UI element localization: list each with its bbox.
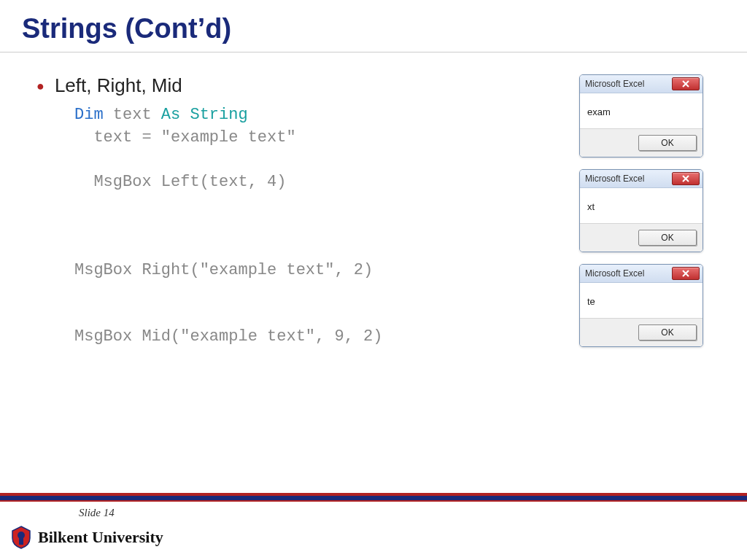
code-assign: text = "example text" (74, 128, 296, 147)
code-block-2: MsgBox Right("example text", 2) (74, 260, 579, 282)
text-column: ● Left, Right, Mid Dim text As String te… (36, 74, 579, 349)
msgbox-footer: OK (580, 318, 703, 346)
university-brand: Bilkent University (10, 525, 163, 550)
bullet-item: ● Left, Right, Mid (36, 74, 579, 97)
slide-number: Slide 14 (79, 507, 115, 519)
ok-button[interactable]: OK (638, 324, 697, 341)
msgbox-title-text: Microsoft Excel (585, 174, 644, 184)
svg-rect-1 (19, 538, 23, 545)
keyword-dim: Dim (74, 106, 104, 124)
msgbox-dialog: Microsoft Excel exam OK (579, 74, 703, 158)
close-icon (682, 270, 689, 277)
code-block-1: Dim text As String text = "example text"… (74, 104, 579, 194)
ok-button[interactable]: OK (638, 135, 697, 151)
close-button[interactable] (672, 172, 700, 185)
bullet-text: Left, Right, Mid (55, 74, 182, 97)
code-text-var: text (104, 106, 161, 124)
code-block-3: MsgBox Mid("example text", 9, 2) (74, 326, 579, 349)
university-name: Bilkent University (38, 528, 163, 547)
msgbox-footer: OK (580, 223, 703, 252)
code-right-call: MsgBox Right("example text", 2) (74, 261, 373, 279)
close-icon (682, 175, 689, 182)
code-left-call: MsgBox Left(text, 4) (74, 173, 286, 191)
msgbox-title-text: Microsoft Excel (585, 268, 644, 279)
content-area: ● Left, Right, Mid Dim text As String te… (0, 52, 747, 349)
ok-button[interactable]: OK (638, 230, 697, 246)
msgbox-body: te (580, 283, 703, 318)
msgbox-titlebar: Microsoft Excel (580, 170, 703, 188)
keyword-as-string: As String (161, 106, 248, 124)
svg-point-0 (18, 532, 25, 539)
slide-title: Strings (Cont’d) (0, 0, 747, 52)
msgbox-titlebar: Microsoft Excel (580, 265, 703, 283)
university-logo-icon (10, 525, 32, 550)
close-button[interactable] (672, 267, 700, 280)
msgbox-body: exam (580, 93, 703, 128)
msgbox-titlebar: Microsoft Excel (580, 75, 703, 93)
msgbox-body: xt (580, 188, 703, 223)
msgbox-title-text: Microsoft Excel (585, 79, 644, 89)
msgbox-dialog: Microsoft Excel te OK (579, 264, 703, 347)
code-mid-call: MsgBox Mid("example text", 9, 2) (74, 327, 382, 346)
bullet-icon: ● (36, 77, 44, 96)
msgbox-footer: OK (580, 128, 703, 157)
msgbox-dialog: Microsoft Excel xt OK (579, 169, 703, 252)
close-button[interactable] (672, 77, 700, 90)
close-icon (682, 80, 689, 88)
msgbox-column: Microsoft Excel exam OK Microsoft Excel … (579, 74, 732, 349)
footer-band (0, 493, 747, 502)
